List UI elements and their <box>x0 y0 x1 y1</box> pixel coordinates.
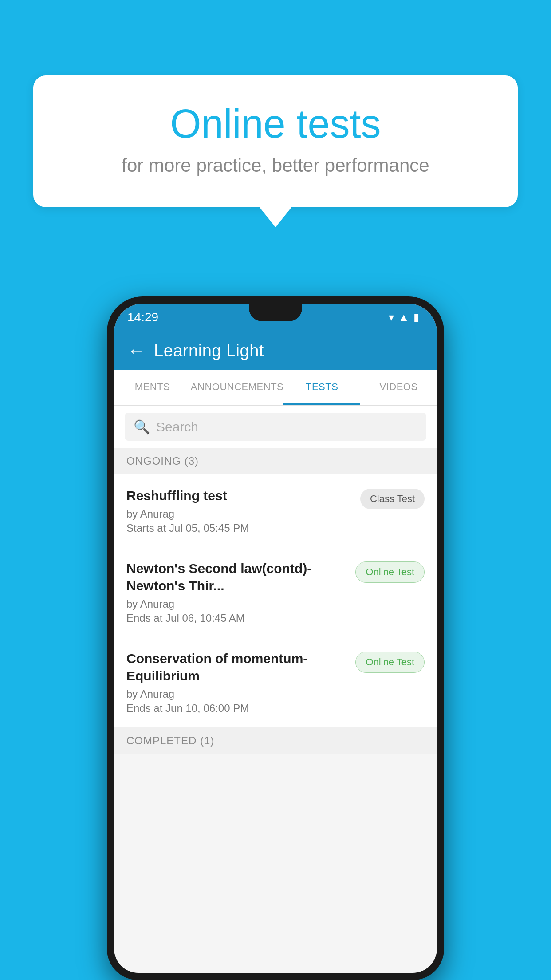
test-info: Reshuffling test by Anurag Starts at Jul… <box>126 487 353 534</box>
test-item[interactable]: Conservation of momentum-Equilibrium by … <box>114 637 437 727</box>
wifi-icon: ▾ <box>389 311 394 324</box>
signal-icon: ▲ <box>398 311 409 324</box>
test-item[interactable]: Reshuffling test by Anurag Starts at Jul… <box>114 474 437 547</box>
test-name: Reshuffling test <box>126 487 353 504</box>
promo-title: Online tests <box>69 102 482 146</box>
test-item[interactable]: Newton's Second law(contd)-Newton's Thir… <box>114 547 437 637</box>
test-info: Conservation of momentum-Equilibrium by … <box>126 650 348 715</box>
phone-screen: 14:29 ▾ ▲ ▮ ← Learning Light MENTS ANNOU… <box>114 304 437 973</box>
test-badge-class: Class Test <box>360 489 425 509</box>
tab-videos[interactable]: VIDEOS <box>360 370 437 405</box>
test-by: by Anurag <box>126 688 348 700</box>
app-title: Learning Light <box>154 341 264 360</box>
test-by: by Anurag <box>126 508 353 520</box>
status-time: 14:29 <box>127 310 158 324</box>
tabs-bar: MENTS ANNOUNCEMENTS TESTS VIDEOS <box>114 370 437 406</box>
search-placeholder: Search <box>156 419 198 435</box>
promo-card: Online tests for more practice, better p… <box>33 75 518 207</box>
tab-announcements[interactable]: ANNOUNCEMENTS <box>191 370 283 405</box>
test-list: Reshuffling test by Anurag Starts at Jul… <box>114 474 437 727</box>
test-badge-online: Online Test <box>355 652 425 673</box>
tab-tests[interactable]: TESTS <box>283 370 360 405</box>
ongoing-section-header: ONGOING (3) <box>114 448 437 474</box>
promo-subtitle: for more practice, better performance <box>69 155 482 176</box>
search-input-wrapper[interactable]: 🔍 Search <box>125 413 426 441</box>
phone-shell: 14:29 ▾ ▲ ▮ ← Learning Light MENTS ANNOU… <box>107 296 444 980</box>
status-icons: ▾ ▲ ▮ <box>389 311 419 324</box>
completed-section-header: COMPLETED (1) <box>114 727 437 754</box>
test-info: Newton's Second law(contd)-Newton's Thir… <box>126 560 348 624</box>
phone-notch <box>249 304 302 321</box>
test-by: by Anurag <box>126 598 348 610</box>
test-badge-online: Online Test <box>355 561 425 583</box>
search-bar: 🔍 Search <box>114 406 437 448</box>
battery-icon: ▮ <box>413 311 419 324</box>
test-time: Ends at Jul 06, 10:45 AM <box>126 612 348 624</box>
test-name: Newton's Second law(contd)-Newton's Thir… <box>126 560 348 594</box>
test-time: Starts at Jul 05, 05:45 PM <box>126 522 353 534</box>
test-name: Conservation of momentum-Equilibrium <box>126 650 348 684</box>
search-icon: 🔍 <box>134 419 150 435</box>
back-button[interactable]: ← <box>127 341 145 361</box>
tab-ments[interactable]: MENTS <box>114 370 191 405</box>
test-time: Ends at Jun 10, 06:00 PM <box>126 702 348 715</box>
app-header: ← Learning Light <box>114 331 437 370</box>
